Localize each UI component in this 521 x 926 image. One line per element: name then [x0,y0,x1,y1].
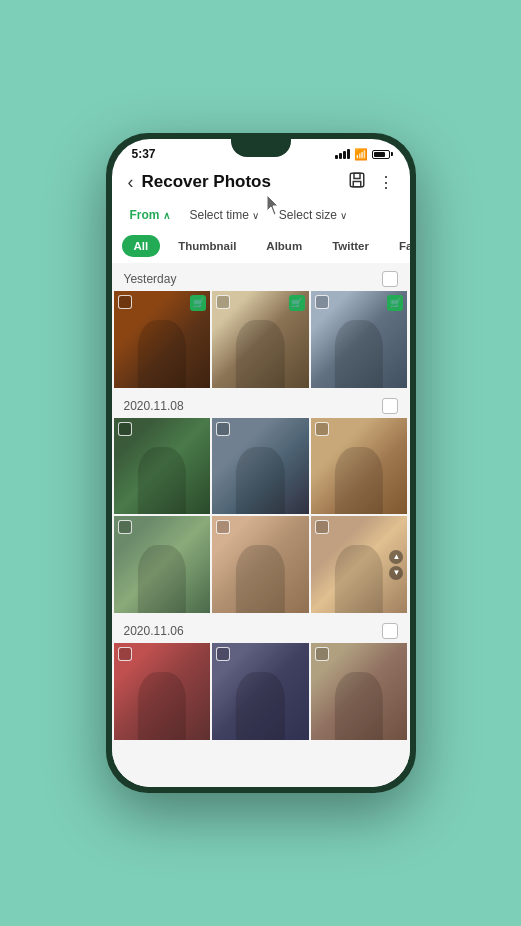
more-options-icon[interactable]: ⋮ [378,173,394,192]
section-20201106-label: 2020.11.06 [124,624,184,638]
filter-bar: From ∧ Select time ∨ Select size ∨ [112,201,410,233]
status-icons: 📶 [335,148,390,161]
section-20201106-checkbox[interactable] [382,623,398,639]
phone-screen: 5:37 📶 ‹ Recover Photos [112,139,410,787]
app-header: ‹ Recover Photos ⋮ [112,165,410,201]
list-item[interactable] [114,643,211,740]
notch [231,139,291,157]
photo-grid-20201106 [112,643,410,742]
list-item[interactable] [311,643,408,740]
cart-badge: 🛒 [387,295,403,311]
photo-checkbox[interactable] [118,520,132,534]
list-item[interactable] [311,418,408,515]
list-item[interactable] [212,418,309,515]
scroll-indicator: ▲ ▼ [389,550,403,580]
from-filter[interactable]: From ∧ [124,205,176,225]
svg-rect-0 [350,173,364,187]
size-chevron: ∨ [340,210,347,221]
list-item[interactable]: ▲ ▼ [311,516,408,613]
cart-badge: 🛒 [289,295,305,311]
time-label: Select time [190,208,249,222]
section-yesterday-checkbox[interactable] [382,271,398,287]
photo-checkbox[interactable] [216,422,230,436]
time-chevron: ∨ [252,210,259,221]
time-filter[interactable]: Select time ∨ [184,205,265,225]
from-chevron-up: ∧ [163,210,170,221]
section-20201108-label: 2020.11.08 [124,399,184,413]
photo-checkbox[interactable] [216,520,230,534]
cart-badge: 🛒 [190,295,206,311]
save-icon[interactable] [348,171,366,193]
status-time: 5:37 [132,147,156,161]
svg-rect-2 [353,182,361,187]
section-20201108: 2020.11.08 [112,390,410,418]
photo-checkbox[interactable] [315,647,329,661]
section-yesterday: Yesterday [112,263,410,291]
wifi-icon: 📶 [354,148,368,161]
size-filter[interactable]: Select size ∨ [273,205,353,225]
list-item[interactable]: 🛒 [212,291,309,388]
page-title: Recover Photos [142,172,348,192]
photo-checkbox[interactable] [118,422,132,436]
tab-album[interactable]: Album [254,235,314,257]
back-button[interactable]: ‹ [128,172,134,193]
photo-grid-20201108: ▲ ▼ [112,418,410,615]
header-actions: ⋮ [348,171,394,193]
list-item[interactable] [212,516,309,613]
photo-checkbox[interactable] [315,295,329,309]
section-20201106: 2020.11.06 [112,615,410,643]
phone-frame: 5:37 📶 ‹ Recover Photos [106,133,416,793]
photo-checkbox[interactable] [216,647,230,661]
list-item[interactable] [114,418,211,515]
list-item[interactable]: 🛒 [311,291,408,388]
signal-icon [335,149,350,159]
list-item[interactable]: 🛒 [114,291,211,388]
tab-facebook[interactable]: Facebook [387,235,410,257]
tab-twitter[interactable]: Twitter [320,235,381,257]
photo-checkbox[interactable] [315,520,329,534]
from-label: From [130,208,160,222]
list-item[interactable] [212,643,309,740]
photo-content: Yesterday 🛒 🛒 🛒 2020.11.08 [112,263,410,787]
photo-checkbox[interactable] [118,295,132,309]
photo-checkbox[interactable] [216,295,230,309]
size-label: Select size [279,208,337,222]
scroll-up-icon: ▲ [389,550,403,564]
section-yesterday-label: Yesterday [124,272,177,286]
photo-grid-yesterday: 🛒 🛒 🛒 [112,291,410,390]
section-20201108-checkbox[interactable] [382,398,398,414]
photo-checkbox[interactable] [118,647,132,661]
tab-all[interactable]: All [122,235,161,257]
battery-icon [372,150,390,159]
tab-bar: All Thumbnail Album Twitter Facebook [112,233,410,263]
photo-checkbox[interactable] [315,422,329,436]
tab-thumbnail[interactable]: Thumbnail [166,235,248,257]
svg-rect-1 [354,173,360,178]
scroll-down-icon: ▼ [389,566,403,580]
list-item[interactable] [114,516,211,613]
